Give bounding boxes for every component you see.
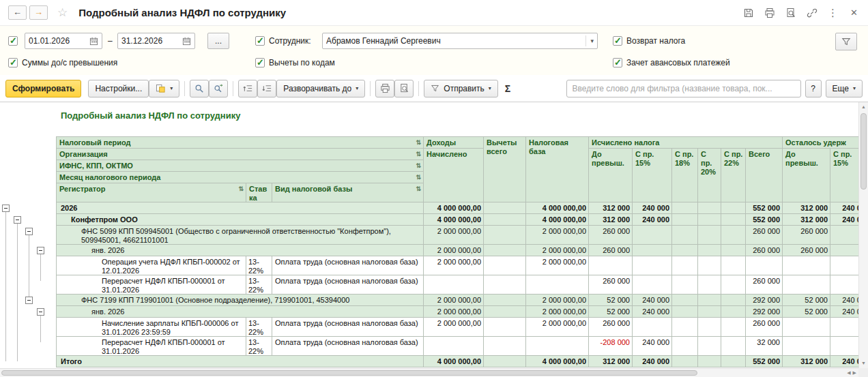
scroll-up-icon[interactable]: ▲ bbox=[859, 102, 868, 112]
period-checkbox[interactable] bbox=[8, 36, 18, 46]
value-cell[interactable] bbox=[484, 214, 526, 226]
value-cell[interactable]: 2 000 000,00 bbox=[424, 295, 484, 306]
vertical-scroll-thumb[interactable] bbox=[860, 113, 867, 190]
value-cell[interactable] bbox=[783, 256, 830, 275]
value-cell[interactable] bbox=[830, 275, 858, 295]
sort-icon[interactable]: ⇅ bbox=[416, 162, 421, 170]
header-calc-15[interactable]: С пр. 15% bbox=[633, 149, 672, 202]
value-cell[interactable] bbox=[721, 295, 746, 306]
value-cell[interactable] bbox=[721, 245, 746, 256]
value-cell[interactable]: 292 000 bbox=[746, 295, 783, 306]
group-label-cell[interactable]: янв. 2026 bbox=[57, 245, 424, 256]
horizontal-scrollbar[interactable]: ◀ ▶ bbox=[0, 368, 858, 377]
group-label-cell[interactable]: Итого bbox=[57, 356, 424, 367]
value-cell[interactable] bbox=[484, 356, 526, 367]
collapse-expander-icon[interactable] bbox=[25, 297, 33, 304]
scroll-right-icon[interactable]: ▶ bbox=[853, 370, 856, 376]
value-cell[interactable] bbox=[633, 256, 672, 275]
header-rate[interactable]: Ставка bbox=[246, 183, 272, 202]
sums-threshold-checkbox[interactable] bbox=[8, 58, 18, 67]
header-tax-base[interactable]: Налоговая база bbox=[526, 137, 589, 202]
header-remaining-15[interactable]: С пр. 15% bbox=[830, 149, 858, 202]
header-organization[interactable]: Организация⇅ bbox=[57, 149, 424, 160]
registrar-cell[interactable]: Перерасчет НДФЛ КПБП-000001 от 31.01.202… bbox=[57, 275, 246, 295]
value-cell[interactable]: 2 000 000,00 bbox=[526, 245, 589, 256]
value-cell[interactable]: 4 000 000,00 bbox=[526, 356, 589, 367]
sort-icon[interactable]: ⇅ bbox=[416, 150, 421, 158]
value-cell[interactable] bbox=[698, 337, 721, 356]
collapse-groups-button[interactable] bbox=[238, 80, 257, 97]
value-cell[interactable] bbox=[424, 337, 484, 356]
value-cell[interactable]: 240 000 bbox=[830, 295, 858, 306]
value-cell[interactable]: 240 000 bbox=[830, 306, 858, 318]
header-calc-total[interactable]: Всего bbox=[746, 149, 783, 202]
value-cell[interactable] bbox=[484, 275, 526, 295]
value-cell[interactable]: 2 000 000,00 bbox=[526, 318, 589, 337]
value-cell[interactable] bbox=[672, 295, 698, 306]
header-calc-18[interactable]: С пр. 18% bbox=[672, 149, 698, 202]
sort-icon[interactable]: ⇅ bbox=[238, 185, 244, 193]
get-link-icon[interactable] bbox=[806, 7, 818, 18]
header-calc-20[interactable]: С пр. 20% bbox=[698, 149, 721, 202]
value-cell[interactable]: 260 000 bbox=[589, 275, 633, 295]
value-cell[interactable] bbox=[672, 337, 698, 356]
tax-refund-checkbox[interactable] bbox=[613, 36, 622, 46]
value-cell[interactable]: 32 000 bbox=[746, 337, 783, 356]
print-preview-icon[interactable] bbox=[785, 7, 796, 18]
header-income[interactable]: Доходы bbox=[424, 137, 484, 149]
value-cell[interactable]: 52 000 bbox=[589, 295, 633, 306]
value-cell[interactable]: 2 000 000,00 bbox=[526, 306, 589, 318]
value-cell[interactable] bbox=[830, 318, 858, 337]
value-cell[interactable] bbox=[672, 245, 698, 256]
value-cell[interactable] bbox=[484, 226, 526, 245]
value-cell[interactable]: 2 000 000,00 bbox=[424, 318, 484, 337]
value-cell[interactable]: 552 000 bbox=[746, 356, 783, 367]
value-cell[interactable]: 240 000 bbox=[633, 356, 672, 367]
value-cell[interactable]: 2 000 000,00 bbox=[424, 245, 484, 256]
value-cell[interactable]: 552 000 bbox=[746, 214, 783, 226]
registrar-cell[interactable]: Начисление зарплаты КПБП-000006 от 31.01… bbox=[57, 318, 246, 337]
filter-settings-button[interactable] bbox=[835, 33, 857, 50]
deductions-by-codes-checkbox[interactable] bbox=[255, 58, 265, 67]
report-variants-button[interactable]: ▾ bbox=[149, 80, 179, 97]
registrar-cell[interactable]: Перерасчет НДФЛ КПБП-000001 от 31.01.202… bbox=[57, 337, 246, 356]
value-cell[interactable] bbox=[830, 245, 858, 256]
value-cell[interactable]: 2 000 000,00 bbox=[526, 256, 589, 275]
value-cell[interactable]: 312 000 bbox=[783, 202, 830, 214]
sort-icon[interactable]: ⇅ bbox=[416, 185, 421, 193]
rate-cell[interactable]: 13-22% bbox=[246, 337, 272, 356]
value-cell[interactable]: 292 000 bbox=[746, 306, 783, 318]
base-kind-cell[interactable]: Оплата труда (основная налоговая база) bbox=[272, 337, 424, 356]
value-cell[interactable]: 260 000 bbox=[746, 245, 783, 256]
value-cell[interactable] bbox=[783, 318, 830, 337]
value-cell[interactable] bbox=[698, 245, 721, 256]
value-cell[interactable] bbox=[698, 214, 721, 226]
collapse-expander-icon[interactable] bbox=[14, 216, 21, 224]
header-tax-period[interactable]: Налоговый период⇅ bbox=[57, 137, 424, 149]
sort-icon[interactable]: ⇅ bbox=[416, 173, 421, 181]
value-cell[interactable]: 240 000 bbox=[633, 202, 672, 214]
value-cell[interactable] bbox=[484, 295, 526, 306]
value-cell[interactable] bbox=[484, 318, 526, 337]
date-from-field[interactable]: 01.01.2026 bbox=[25, 33, 102, 49]
value-cell[interactable] bbox=[783, 337, 830, 356]
value-cell[interactable] bbox=[526, 275, 589, 295]
value-cell[interactable]: 2 000 000,00 bbox=[526, 226, 589, 245]
value-cell[interactable] bbox=[698, 256, 721, 275]
value-cell[interactable] bbox=[830, 226, 858, 245]
value-cell[interactable] bbox=[721, 337, 746, 356]
value-cell[interactable] bbox=[721, 202, 746, 214]
value-cell[interactable] bbox=[526, 337, 589, 356]
value-cell[interactable]: 52 000 bbox=[783, 306, 830, 318]
forward-button[interactable]: → bbox=[29, 5, 48, 20]
calendar-icon[interactable] bbox=[182, 37, 191, 46]
rate-cell[interactable]: 13-22% bbox=[246, 256, 272, 275]
value-cell[interactable] bbox=[633, 226, 672, 245]
value-cell[interactable]: 2 000 000,00 bbox=[424, 306, 484, 318]
help-button[interactable]: ? bbox=[805, 80, 822, 97]
value-cell[interactable] bbox=[484, 337, 526, 356]
favorites-star-icon[interactable]: ☆ bbox=[57, 5, 68, 20]
value-cell[interactable] bbox=[721, 226, 746, 245]
value-cell[interactable]: 552 000 bbox=[746, 202, 783, 214]
vertical-scrollbar[interactable]: ▲ ▼ bbox=[858, 102, 868, 368]
